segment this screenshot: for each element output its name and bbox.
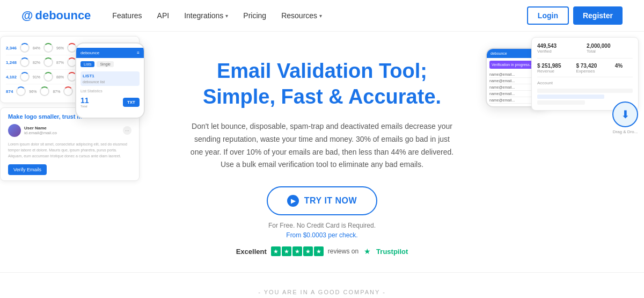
star-1: ★ xyxy=(271,246,281,256)
star-5: ★ xyxy=(314,246,324,256)
excellent-label: Excellent xyxy=(236,248,267,256)
star-3: ★ xyxy=(292,246,302,256)
logo-at-icon: @ xyxy=(21,9,33,23)
star-2: ★ xyxy=(282,246,291,256)
resources-chevron-icon: ▾ xyxy=(319,13,322,19)
hero-section: 2,346 84% 96% 93% 1,248 82% 87% 88% 4,10… xyxy=(0,32,644,272)
try-now-button[interactable]: ▶ TRY IT NOW xyxy=(267,186,377,215)
nav-pricing[interactable]: Pricing xyxy=(243,11,266,20)
login-button[interactable]: Login xyxy=(527,6,569,25)
hero-title: Email Validation Tool; Simple, Fast & Ac… xyxy=(203,59,441,110)
hero-description: Don't let bounce, disposable, spam-trap … xyxy=(188,120,456,171)
companies-tagline: - YOU ARE IN A GOOD COMPANY - xyxy=(21,289,623,295)
logo-text: debounce xyxy=(35,9,91,23)
companies-section: - YOU ARE IN A GOOD COMPANY - eset SIEME… xyxy=(0,272,644,298)
nav-integrations[interactable]: Integrations ▾ xyxy=(184,11,228,20)
trustpilot-logo: Trustpilot xyxy=(376,248,408,256)
star-4: ★ xyxy=(303,246,313,256)
nav-features[interactable]: Features xyxy=(112,11,142,20)
nav-resources[interactable]: Resources ▾ xyxy=(281,11,322,20)
center-content: Email Validation Tool; Simple, Fast & Ac… xyxy=(0,42,644,267)
try-btn-play-icon: ▶ xyxy=(287,195,299,207)
star-rating: ★ ★ ★ ★ ★ xyxy=(271,246,324,256)
nav-api[interactable]: API xyxy=(157,11,170,20)
register-button[interactable]: Register xyxy=(573,6,623,25)
trustpilot-row: Excellent ★ ★ ★ ★ ★ reviews on ★ Trustpi… xyxy=(236,246,408,256)
nav-actions: Login Register xyxy=(527,6,623,25)
reviews-label: reviews on xyxy=(328,248,358,255)
logo[interactable]: @ debounce xyxy=(21,9,91,23)
navbar: @ debounce Features API Integrations ▾ P… xyxy=(0,0,644,32)
cta-price-link[interactable]: From $0.0003 per check. xyxy=(286,231,357,239)
integrations-chevron-icon: ▾ xyxy=(225,13,228,19)
cta-free-label: For Free. No Credit Card is Required. xyxy=(268,222,376,229)
nav-links: Features API Integrations ▾ Pricing Reso… xyxy=(112,11,527,20)
